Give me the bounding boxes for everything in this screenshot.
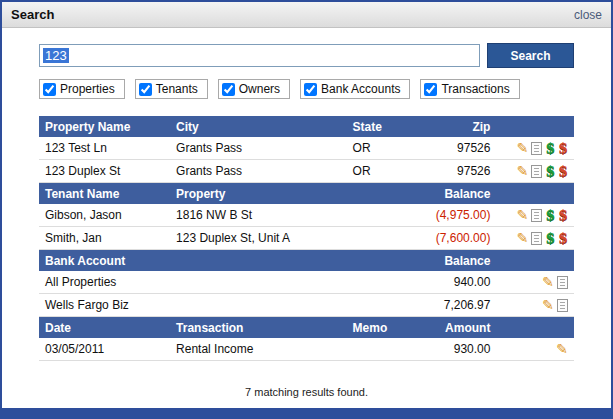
- dollar-green-icon[interactable]: [545, 141, 555, 155]
- bank-account-name-cell: All Properties: [39, 275, 347, 289]
- transaction-row: 03/05/2011 Rental Income 930.00: [39, 338, 574, 361]
- dollar-red-icon[interactable]: [558, 231, 568, 245]
- tenant-actions-cell: [496, 208, 574, 222]
- filter-transactions-checkbox[interactable]: [424, 83, 437, 96]
- dialog-titlebar: Search close: [2, 2, 611, 28]
- tenant-property-cell: 1816 NW B St: [170, 208, 347, 222]
- close-button[interactable]: close: [574, 8, 602, 22]
- header-city: City: [170, 120, 347, 134]
- document-icon[interactable]: [557, 276, 568, 289]
- header-tenant-property: Property: [170, 187, 347, 201]
- pencil-icon[interactable]: [556, 342, 568, 356]
- dollar-green-icon[interactable]: [545, 231, 555, 245]
- document-icon[interactable]: [531, 232, 542, 245]
- tenant-name-cell: Gibson, Jason: [39, 208, 170, 222]
- filter-owners-checkbox[interactable]: [222, 83, 235, 96]
- tenant-balance-cell: (7,600.00): [347, 231, 497, 245]
- document-icon[interactable]: [557, 299, 568, 312]
- tenant-name-cell: Smith, Jan: [39, 231, 170, 245]
- transaction-amount-cell: 930.00: [427, 342, 497, 356]
- pencil-icon[interactable]: [517, 208, 529, 222]
- bank-account-balance-cell: 940.00: [347, 275, 497, 289]
- tenants-header-row: Tenant Name Property Balance: [39, 183, 574, 204]
- property-row: 123 Duplex St Grants Pass OR 97526: [39, 160, 574, 183]
- search-dialog: Search close 123 Search Properties Tenan…: [0, 0, 613, 419]
- filter-bank-accounts-checkbox[interactable]: [304, 83, 317, 96]
- property-name-cell: 123 Test Ln: [39, 141, 170, 155]
- header-memo: Memo: [347, 321, 427, 335]
- bank-accounts-header-row: Bank Account Balance: [39, 250, 574, 271]
- property-state-cell: OR: [347, 141, 427, 155]
- transaction-date-cell: 03/05/2011: [39, 342, 170, 356]
- document-icon[interactable]: [531, 165, 542, 178]
- filter-properties[interactable]: Properties: [39, 79, 125, 99]
- bank-account-row: All Properties 940.00: [39, 271, 574, 294]
- header-tenant-name: Tenant Name: [39, 187, 170, 201]
- bank-account-actions-cell: [496, 275, 574, 289]
- filter-properties-label: Properties: [60, 82, 115, 96]
- dollar-red-icon[interactable]: [558, 208, 568, 222]
- document-icon[interactable]: [531, 209, 542, 222]
- property-actions-cell: [496, 141, 574, 155]
- header-date: Date: [39, 321, 170, 335]
- filter-tenants-checkbox[interactable]: [139, 83, 152, 96]
- property-row: 123 Test Ln Grants Pass OR 97526: [39, 137, 574, 160]
- search-input[interactable]: 123: [39, 44, 480, 67]
- property-zip-cell: 97526: [427, 164, 497, 178]
- filter-transactions[interactable]: Transactions: [420, 79, 519, 99]
- transaction-name-cell: Rental Income: [170, 342, 347, 356]
- transactions-header-row: Date Transaction Memo Amount: [39, 317, 574, 338]
- bank-account-name-cell: Wells Fargo Biz: [39, 298, 347, 312]
- bank-account-actions-cell: [496, 298, 574, 312]
- dollar-red-icon[interactable]: [558, 164, 568, 178]
- property-name-cell: 123 Duplex St: [39, 164, 170, 178]
- filter-owners[interactable]: Owners: [218, 79, 290, 99]
- property-city-cell: Grants Pass: [170, 164, 347, 178]
- pencil-icon[interactable]: [517, 141, 529, 155]
- pencil-icon[interactable]: [542, 275, 554, 289]
- header-property-name: Property Name: [39, 120, 170, 134]
- bottom-border-bar: [2, 408, 611, 417]
- pencil-icon[interactable]: [517, 164, 529, 178]
- filter-bank-accounts-label: Bank Accounts: [321, 82, 400, 96]
- header-zip: Zip: [427, 120, 497, 134]
- results-count-status: 7 matching results found.: [39, 376, 574, 408]
- bank-account-row: Wells Fargo Biz 7,206.97: [39, 294, 574, 317]
- tenant-row: Smith, Jan 123 Duplex St, Unit A (7,600.…: [39, 227, 574, 250]
- property-zip-cell: 97526: [427, 141, 497, 155]
- filter-tenants[interactable]: Tenants: [135, 79, 208, 99]
- search-input-selected-text: 123: [43, 48, 69, 63]
- filter-transactions-label: Transactions: [441, 82, 509, 96]
- property-state-cell: OR: [347, 164, 427, 178]
- bank-account-balance-cell: 7,206.97: [347, 298, 497, 312]
- property-actions-cell: [496, 164, 574, 178]
- tenant-row: Gibson, Jason 1816 NW B St (4,975.00): [39, 204, 574, 227]
- pencil-icon[interactable]: [517, 231, 529, 245]
- filter-row: Properties Tenants Owners Bank Accounts …: [39, 79, 574, 99]
- dialog-content: 123 Search Properties Tenants Owners Ban…: [2, 28, 611, 408]
- header-tenant-balance: Balance: [347, 187, 497, 201]
- filter-bank-accounts[interactable]: Bank Accounts: [300, 79, 410, 99]
- tenant-property-cell: 123 Duplex St, Unit A: [170, 231, 347, 245]
- dollar-green-icon[interactable]: [545, 208, 555, 222]
- filter-tenants-label: Tenants: [156, 82, 198, 96]
- dialog-title: Search: [11, 7, 54, 22]
- search-row: 123 Search: [39, 43, 574, 68]
- header-amount: Amount: [427, 321, 497, 335]
- header-transaction: Transaction: [170, 321, 347, 335]
- tenant-balance-cell: (4,975.00): [347, 208, 497, 222]
- header-state: State: [347, 120, 427, 134]
- search-button[interactable]: Search: [487, 43, 574, 68]
- header-bank-account: Bank Account: [39, 254, 347, 268]
- property-city-cell: Grants Pass: [170, 141, 347, 155]
- results-table: Property Name City State Zip 123 Test Ln…: [39, 116, 574, 361]
- header-bank-balance: Balance: [347, 254, 497, 268]
- transaction-actions-cell: [496, 342, 574, 356]
- tenant-actions-cell: [496, 231, 574, 245]
- filter-owners-label: Owners: [239, 82, 280, 96]
- document-icon[interactable]: [531, 142, 542, 155]
- filter-properties-checkbox[interactable]: [43, 83, 56, 96]
- pencil-icon[interactable]: [542, 298, 554, 312]
- dollar-green-icon[interactable]: [545, 164, 555, 178]
- dollar-red-icon[interactable]: [558, 141, 568, 155]
